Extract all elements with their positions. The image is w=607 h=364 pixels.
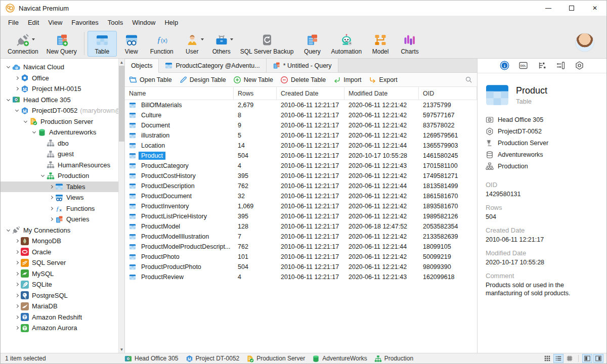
dropdown-caret-icon[interactable] [32,38,35,40]
chevron-right-icon[interactable] [50,185,53,189]
maximize-button[interactable] [560,1,583,16]
menu-view[interactable]: View [44,17,67,28]
panel-tool-info-icon[interactable]: i [500,61,510,71]
column-header-modified-date[interactable]: Modified Date [344,87,419,100]
tab-untitled-query[interactable]: * Untitled - Query [267,59,338,72]
chevron-down-icon[interactable] [24,119,27,123]
chevron-right-icon[interactable] [50,217,53,221]
toolbar-button-model[interactable]: Model [366,31,395,57]
tree-item-amazon-aurora[interactable]: Amazon Aurora [1,323,118,334]
search-icon[interactable] [465,76,473,84]
toolbar-button-others[interactable]: Others [207,31,236,57]
table-row-productreview[interactable]: ProductReview42010-06-11 12:21:172020-06… [125,272,477,282]
toolbar-button-user[interactable]: User [178,31,207,57]
chevron-right-icon[interactable] [15,250,19,254]
table-row-productcategory[interactable]: ProductCategory42010-06-11 12:21:172020-… [125,161,477,171]
toolbar-button-automation[interactable]: Automation [327,31,366,57]
chevron-right-icon[interactable] [15,326,19,330]
toolbar-button-charts[interactable]: Charts [395,31,424,57]
user-avatar[interactable] [575,33,594,52]
close-button[interactable]: ✕ [583,1,606,16]
tree-item-tables[interactable]: Tables [1,181,118,193]
chevron-right-icon[interactable] [15,294,19,297]
table-row-product[interactable]: Product5042010-06-11 12:21:172020-10-17 … [125,151,477,161]
chevron-down-icon[interactable] [32,130,36,133]
chevron-right-icon[interactable] [15,239,19,243]
table-row-productproductphoto[interactable]: ProductProductPhoto5042010-06-11 12:21:1… [125,262,477,272]
tree-item-humanresources[interactable]: HumanResources [1,160,118,171]
table-row-productmodel[interactable]: ProductModel1282010-06-11 12:21:172020-0… [125,221,477,232]
chevron-right-icon[interactable] [15,76,19,80]
tree-item-production[interactable]: Production [1,170,118,181]
table-row-productlistpricehistory[interactable]: ProductListPriceHistory3952010-06-11 12:… [125,211,477,221]
tree-item-dbo[interactable]: dbo [1,138,118,149]
toggle-panel-left-icon[interactable] [582,354,592,363]
scroll-up-icon[interactable]: ▲ [119,59,124,66]
tree-item-project-mh-0015[interactable]: Project MH-0015 [1,83,118,95]
tab-productcategory-adventu[interactable]: ProductCategory @Adventu... [159,59,266,72]
tab-objects[interactable]: Objects [125,59,159,73]
design-table-button[interactable]: Design Table [179,76,226,84]
chevron-right-icon[interactable] [15,304,19,308]
tree-item-postgresql[interactable]: PostgreSQL [1,290,118,301]
menu-help[interactable]: Help [160,17,183,28]
dropdown-caret-icon[interactable] [230,38,233,40]
menu-tools[interactable]: Tools [103,17,127,28]
chevron-down-icon[interactable] [7,65,10,68]
export-button[interactable]: Export [369,76,398,84]
table-row-productmodelproductdescript[interactable]: ProductModelProductDescript...7622010-06… [125,242,477,252]
chevron-down-icon[interactable] [41,173,45,177]
table-row-productdescription[interactable]: ProductDescription7622010-06-11 12:21:17… [125,181,477,191]
chevron-right-icon[interactable] [15,315,19,319]
scroll-down-icon[interactable]: ▼ [119,346,124,353]
toolbar-button-sql-server-backup[interactable]: SQL Server Backup [236,31,298,57]
panel-tool-struct1-icon[interactable] [537,61,547,71]
new-table-button[interactable]: New Table [233,76,273,84]
tree-item-my-connections[interactable]: My Connections [1,225,118,236]
tree-item-office[interactable]: Office [1,73,118,84]
menu-file[interactable]: File [4,17,23,28]
table-row-illustration[interactable]: illustration52010-06-11 12:21:172020-06-… [125,130,477,141]
tree-item-functions[interactable]: ƒxFunctions [1,203,118,214]
tree-item-production-server[interactable]: Production Server [1,116,118,127]
toolbar-button-query[interactable]: Query [297,31,327,57]
chevron-right-icon[interactable] [15,87,19,90]
chevron-right-icon[interactable] [15,272,19,276]
chevron-right-icon[interactable] [15,283,19,286]
column-header-rows[interactable]: Rows [234,87,277,100]
tree-item-sqlite[interactable]: SQLite [1,279,118,290]
tree-item-sql-server[interactable]: SQL Server [1,257,118,268]
column-header-created-date[interactable]: Created Date [277,87,344,100]
open-table-button[interactable]: Open Table [129,76,172,84]
view-button-grid9-icon[interactable] [542,354,552,363]
view-button-hashgrid-icon[interactable] [565,354,575,363]
chevron-down-icon[interactable] [7,228,10,232]
table-row-productphoto[interactable]: ProductPhoto1012010-06-11 12:21:172020-0… [125,252,477,262]
table-row-culture[interactable]: Culture82010-06-11 12:21:172020-06-11 12… [125,110,477,120]
tree-item-adventureworks[interactable]: Adventureworks [1,127,118,138]
panel-tool-hexgear-icon[interactable] [575,61,585,71]
table-row-productmodelillustration[interactable]: ProductModelIllustration72010-06-11 12:2… [125,232,477,242]
import-button[interactable]: Import [333,76,361,84]
toolbar-button-function[interactable]: ƒ(x)Function [146,31,178,57]
chevron-down-icon[interactable] [15,108,19,112]
tree-item-queries[interactable]: Queries [1,214,118,225]
chevron-right-icon[interactable] [50,207,53,210]
sidebar-scrollbar[interactable]: ▲ ▼ [118,59,124,353]
column-header-name[interactable]: Name [125,87,234,100]
table-row-billofmaterials[interactable]: BillOfMaterials2,6792010-06-11 12:21:172… [125,100,477,110]
menu-favorites[interactable]: Favorites [67,17,103,28]
table-row-productinventory[interactable]: ProductInventory1,0692010-06-11 12:21:17… [125,201,477,211]
toolbar-button-table[interactable]: Table [88,31,117,57]
toggle-panel-right-icon[interactable] [593,354,603,363]
tree-item-projectdt-0052[interactable]: ProjectDT-0052(marybrown@ [1,105,118,116]
toolbar-button-connection[interactable]: Connection [4,31,42,57]
chevron-right-icon[interactable] [50,196,53,199]
tree-item-guest[interactable]: guest [1,149,118,160]
minimize-button[interactable]: — [537,1,560,16]
table-row-location[interactable]: Location142010-06-11 12:21:172020-06-11 … [125,141,477,151]
tree-item-mongodb[interactable]: MongoDB [1,236,118,247]
view-button-list-icon[interactable] [553,354,563,363]
toolbar-button-new-query[interactable]: New Query [42,31,81,57]
chevron-right-icon[interactable] [15,261,19,264]
